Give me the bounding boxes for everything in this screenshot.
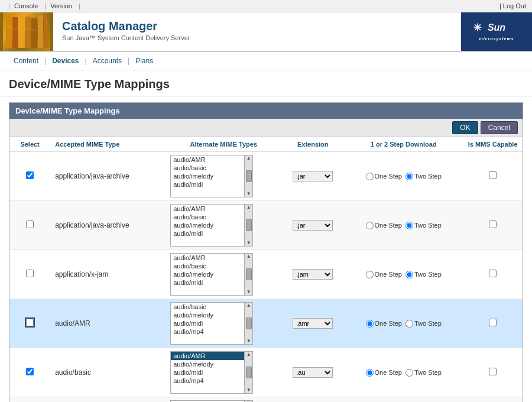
listbox-scrollbar[interactable]: ▲ ▼ <box>244 205 252 246</box>
scroll-thumb[interactable] <box>246 170 252 182</box>
listbox-scrollbar[interactable]: ▲ ▼ <box>244 352 252 393</box>
extension-select[interactable]: .jam <box>293 269 333 280</box>
one-step-label[interactable]: One Step <box>366 222 402 229</box>
listbox-item[interactable]: audio/imelody <box>171 311 244 319</box>
logout-link[interactable]: Log Out <box>503 2 526 9</box>
extension-select[interactable]: .au <box>293 367 333 378</box>
listbox-item[interactable]: audio/mp4 <box>171 328 244 336</box>
select-checkbox[interactable] <box>26 270 34 277</box>
listbox-item[interactable]: audio/imelody <box>171 360 244 368</box>
two-step-radio[interactable] <box>406 222 413 229</box>
alt-mime-listbox[interactable]: audio/basicaudio/imelodyaudio/midiaudio/… <box>170 302 253 345</box>
listbox-item[interactable]: audio/mp4 <box>171 377 244 385</box>
one-step-radio[interactable] <box>366 222 374 229</box>
cell-step-download: One Step Two Step <box>344 397 463 403</box>
listbox-scrollbar[interactable]: ▲ ▼ <box>244 303 252 344</box>
one-step-radio[interactable] <box>366 369 374 377</box>
scroll-thumb[interactable] <box>246 317 252 329</box>
version-link[interactable]: Version <box>50 2 72 9</box>
cell-select <box>9 299 50 348</box>
one-step-label[interactable]: One Step <box>366 320 402 328</box>
two-step-label[interactable]: Two Step <box>406 320 442 328</box>
listbox-item[interactable]: audio/AMR <box>171 254 244 262</box>
one-step-label[interactable]: One Step <box>366 173 402 180</box>
alt-mime-listbox[interactable]: audio/AMRaudio/basicaudio/imelodyaudio/m… <box>170 155 253 197</box>
listbox-item[interactable]: audio/imelody <box>171 221 244 229</box>
listbox-item[interactable]: audio/AMR <box>171 205 244 213</box>
listbox-scrollbar[interactable]: ▲ ▼ <box>244 155 252 197</box>
listbox-item[interactable]: audio/midi <box>171 319 244 328</box>
one-step-radio[interactable] <box>366 271 374 278</box>
scroll-down-arrow[interactable]: ▼ <box>246 338 252 344</box>
two-step-radio[interactable] <box>406 320 413 328</box>
select-checkbox[interactable] <box>26 171 34 179</box>
scroll-down-arrow[interactable]: ▼ <box>246 289 252 295</box>
listbox-item[interactable]: audio/basic <box>171 213 244 221</box>
scroll-up-arrow[interactable]: ▲ <box>246 205 252 210</box>
two-step-label[interactable]: Two Step <box>406 369 442 377</box>
listbox-item[interactable]: audio/midi <box>171 278 244 287</box>
listbox-item[interactable]: audio/AMR <box>171 155 244 164</box>
two-step-radio[interactable] <box>406 271 413 278</box>
listbox-scrollbar[interactable]: ▲ ▼ <box>244 254 252 295</box>
mms-checkbox[interactable] <box>489 368 497 375</box>
one-step-radio[interactable] <box>366 173 374 180</box>
nav-accounts[interactable]: Accounts <box>88 57 126 65</box>
cell-select <box>9 201 50 250</box>
alt-mime-listbox[interactable]: audio/AMRaudio/basicaudio/imelodyaudio/m… <box>170 204 253 247</box>
cell-extension: .jar <box>281 201 344 250</box>
top-bar-sep4: | <box>499 2 501 9</box>
listbox-item[interactable]: audio/midi <box>171 368 244 377</box>
nav-plans[interactable]: Plans <box>131 57 158 65</box>
mms-checkbox[interactable] <box>489 319 497 326</box>
listbox-item[interactable]: audio/imelody <box>171 270 244 278</box>
mms-checkbox[interactable] <box>489 270 497 277</box>
listbox-item[interactable]: audio/midi <box>171 229 244 238</box>
one-step-label[interactable]: One Step <box>366 271 402 278</box>
cell-step-download: One Step Two Step <box>344 299 463 348</box>
extension-select[interactable]: .jar <box>293 171 333 181</box>
select-checkbox[interactable] <box>26 319 34 326</box>
cell-mime: audio/imelody <box>50 397 166 403</box>
two-step-label[interactable]: Two Step <box>406 173 442 180</box>
one-step-radio[interactable] <box>366 320 374 328</box>
listbox-item[interactable]: audio/basic <box>171 262 244 270</box>
scroll-thumb[interactable] <box>246 367 252 378</box>
alt-mime-listbox[interactable]: audio/AMRaudio/imelodyaudio/midiaudio/mp… <box>170 351 253 394</box>
cell-mms-capable <box>463 348 523 397</box>
nav-devices[interactable]: Devices <box>47 57 83 65</box>
listbox-item[interactable]: audio/imelody <box>171 172 244 180</box>
listbox-item[interactable]: audio/midi <box>171 180 244 189</box>
listbox-item[interactable]: audio/AMR <box>171 352 244 360</box>
scroll-down-arrow[interactable]: ▼ <box>246 387 252 393</box>
two-step-label[interactable]: Two Step <box>406 222 442 229</box>
listbox-item[interactable]: audio/basic <box>171 164 244 172</box>
nav-content[interactable]: Content <box>9 57 43 65</box>
listbox-item[interactable]: audio/basic <box>171 303 244 311</box>
scroll-thumb[interactable] <box>246 219 252 231</box>
scroll-down-arrow[interactable]: ▼ <box>246 240 252 246</box>
select-checkbox[interactable] <box>26 221 34 228</box>
scroll-up-arrow[interactable]: ▲ <box>246 352 252 358</box>
mms-checkbox[interactable] <box>489 171 497 179</box>
ok-button[interactable]: OK <box>452 121 478 134</box>
cancel-button[interactable]: Cancel <box>481 121 518 134</box>
scroll-up-arrow[interactable]: ▲ <box>246 303 252 309</box>
mms-checkbox[interactable] <box>489 221 497 228</box>
scroll-down-arrow[interactable]: ▼ <box>246 191 252 197</box>
extension-select[interactable]: .amr <box>293 318 333 329</box>
two-step-radio[interactable] <box>406 173 413 180</box>
extension-select[interactable]: .jar <box>293 220 333 231</box>
two-step-label[interactable]: Two Step <box>406 271 442 278</box>
cell-alt-mime: audio/AMRaudio/basicaudio/imelodyaudio/m… <box>166 250 281 299</box>
alt-mime-listbox[interactable]: audio/AMRaudio/basicaudio/imelodyaudio/m… <box>170 253 253 296</box>
select-checkbox[interactable] <box>26 368 34 375</box>
scroll-thumb[interactable] <box>246 268 252 280</box>
one-step-label[interactable]: One Step <box>366 369 402 377</box>
two-step-radio[interactable] <box>406 369 413 377</box>
cell-mms-capable <box>463 152 523 201</box>
scroll-up-arrow[interactable]: ▲ <box>246 254 252 260</box>
scroll-up-arrow[interactable]: ▲ <box>246 155 252 161</box>
console-link[interactable]: Console <box>14 2 38 9</box>
cell-alt-mime: audio/AMRaudio/basicaudio/imelodyaudio/m… <box>166 201 281 250</box>
